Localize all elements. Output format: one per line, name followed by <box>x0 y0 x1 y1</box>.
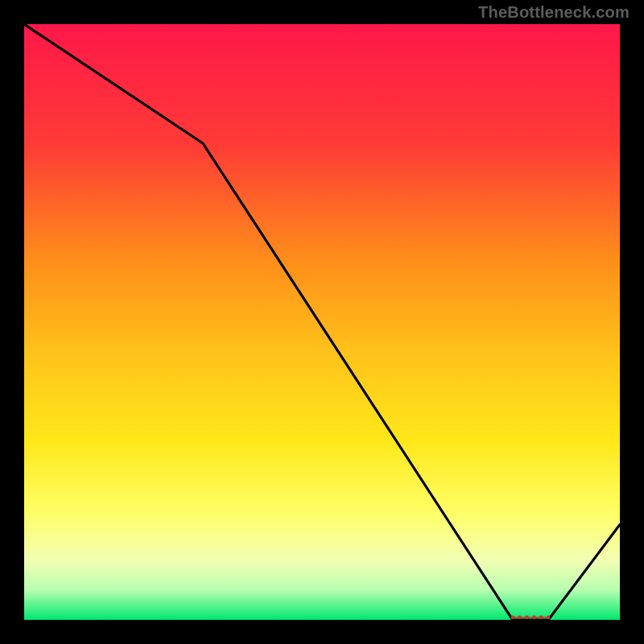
valley-marker <box>547 616 551 620</box>
valley-marker <box>510 616 514 620</box>
chart-frame: TheBottleneck.com <box>0 0 644 644</box>
valley-marker <box>525 616 529 620</box>
watermark-label: TheBottleneck.com <box>478 3 630 22</box>
valley-marker <box>532 616 536 620</box>
valley-marker <box>539 616 543 620</box>
plot-area <box>24 24 620 620</box>
gradient-background <box>24 24 620 620</box>
valley-marker <box>518 616 522 620</box>
chart-svg <box>24 24 620 620</box>
